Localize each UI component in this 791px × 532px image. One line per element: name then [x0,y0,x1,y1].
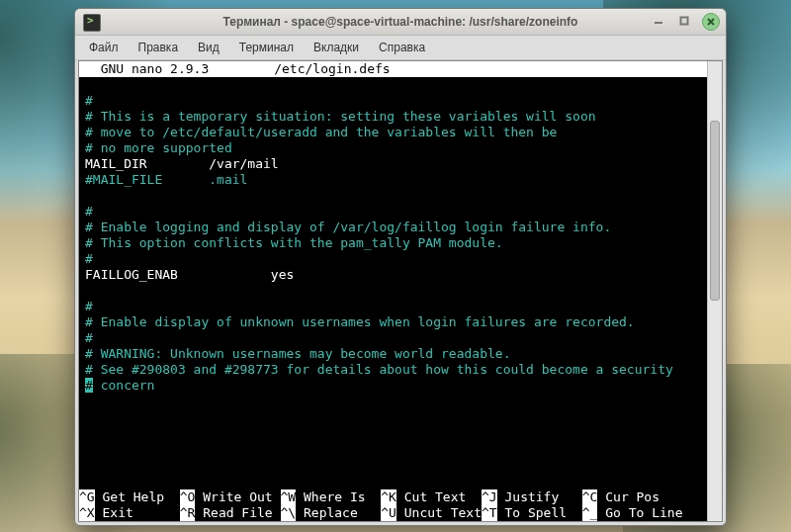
menu-edit[interactable]: Правка [131,39,187,56]
window-buttons [651,13,720,31]
editor-line: # Enable logging and display of /var/log… [85,220,702,235]
shortcut-key: ^J [482,489,497,505]
menu-tabs[interactable]: Вкладки [306,39,367,56]
menu-terminal[interactable]: Терминал [231,39,302,56]
nano-titlebar: GNU nano 2.9.3 /etc/login.defs [79,61,708,77]
shortcut-label: Justify [497,489,582,505]
shortcut-key: ^C [582,489,598,505]
nano-shortcut: ^J Justify [482,489,582,505]
nano-shortcut: ^R Read File [180,505,281,521]
editor-line: # [85,299,702,314]
terminal-window: Терминал - space@space-virtual-machine: … [74,8,727,526]
shortcut-key: ^W [281,489,297,505]
nano-shortcut: ^C Cur Pos [582,489,683,505]
nano-editor-body[interactable]: ## This is a temporary situation: settin… [79,77,708,489]
nano-filename: /etc/login.defs [209,61,455,77]
editor-line: # move to /etc/default/useradd and the v… [85,125,702,140]
shortcut-label: Uncut Text [396,505,482,521]
shortcut-key: ^K [381,489,396,505]
shortcut-label: Get Help [95,489,180,505]
terminal-scrollbar[interactable] [707,61,722,521]
nano-shortcut: ^X Exit [79,505,180,521]
shortcut-label: To Spell [497,505,582,521]
nano-shortcut: ^\ Replace [281,505,382,521]
editor-line [85,283,702,299]
shortcut-key: ^\ [281,505,297,521]
editor-line: #MAIL_FILE .mail [85,172,702,188]
close-button[interactable] [702,13,720,31]
editor-line: # [85,251,702,267]
editor-line: # Enable display of unknown usernames wh… [85,314,702,330]
nano-help-row: ^X Exit ^R Read File ^\ Replace ^U Uncut… [79,505,708,521]
shortcut-key: ^G [79,489,95,505]
window-title: Терминал - space@space-virtual-machine: … [223,15,578,29]
editor-line: # no more supported [85,140,702,156]
shortcut-key: ^_ [582,505,598,521]
cursor: # [85,378,93,393]
editor-line: # WARNING: Unknown usernames may become … [85,346,702,362]
terminal-app-icon [83,14,101,32]
terminal-content: GNU nano 2.9.3 /etc/login.defs ## This i… [79,61,708,521]
titlebar[interactable]: Терминал - space@space-virtual-machine: … [75,9,726,36]
minimize-button[interactable] [651,13,666,29]
nano-shortcut: ^K Cut Text [381,489,482,505]
editor-line: MAIL_DIR /var/mail [85,156,702,172]
svg-rect-0 [681,18,688,25]
editor-line: # [85,93,702,109]
editor-line: # [85,330,702,346]
menu-help[interactable]: Справка [371,39,433,56]
shortcut-label: Read File [195,505,280,521]
scrollbar-thumb[interactable] [710,121,720,301]
editor-line: # This is a temporary situation: setting… [85,109,702,125]
editor-line [85,188,702,204]
nano-shortcut: ^G Get Help [79,489,180,505]
shortcut-label: Go To Line [597,505,682,521]
shortcut-key: ^X [79,505,95,521]
editor-line: # [85,204,702,220]
menu-file[interactable]: Файл [81,39,127,56]
editor-line: # This option conflicts with the pam_tal… [85,235,702,251]
nano-help-row: ^G Get Help ^O Write Out ^W Where Is ^K … [79,489,708,505]
shortcut-key: ^U [381,505,396,521]
editor-line [85,77,702,93]
nano-shortcut: ^_ Go To Line [582,505,683,521]
editor-line: FAILLOG_ENAB yes [85,267,702,283]
shortcut-label: Replace [296,505,381,521]
shortcut-key: ^O [180,489,196,505]
shortcut-label: Cut Text [396,489,482,505]
nano-shortcut: ^T To Spell [482,505,582,521]
shortcut-label: Exit [95,505,180,521]
menu-view[interactable]: Вид [190,39,227,56]
maximize-button[interactable] [676,13,692,29]
nano-help-bar: ^G Get Help ^O Write Out ^W Where Is ^K … [79,489,708,521]
nano-version: GNU nano 2.9.3 [85,61,209,77]
shortcut-key: ^R [180,505,196,521]
shortcut-label: Cur Pos [597,489,682,505]
menubar: Файл Правка Вид Терминал Вкладки Справка [75,36,726,60]
editor-line: # concern [85,378,702,394]
terminal-viewport[interactable]: GNU nano 2.9.3 /etc/login.defs ## This i… [78,60,723,522]
nano-shortcut: ^O Write Out [180,489,281,505]
editor-line: # See #290803 and #298773 for details ab… [85,362,702,378]
shortcut-label: Where Is [296,489,381,505]
nano-shortcut: ^W Where Is [281,489,382,505]
shortcut-key: ^T [482,505,497,521]
nano-shortcut: ^U Uncut Text [381,505,482,521]
shortcut-label: Write Out [195,489,280,505]
